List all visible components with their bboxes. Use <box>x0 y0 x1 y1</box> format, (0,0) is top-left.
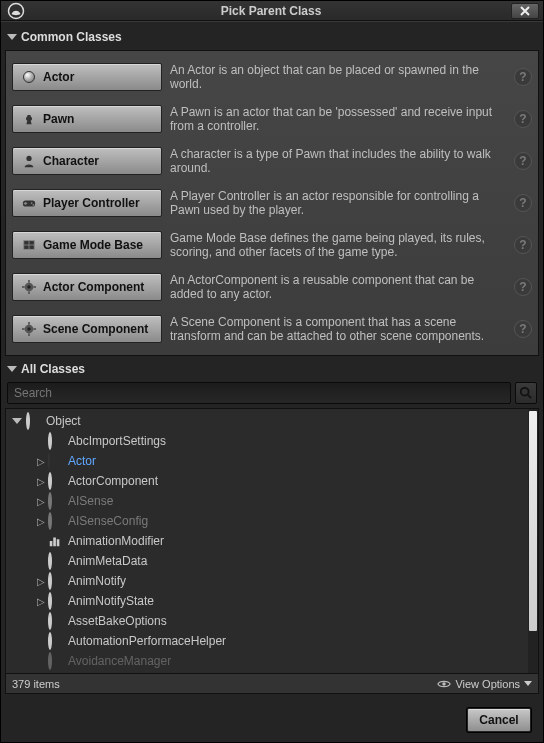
section-label: All Classes <box>21 362 85 376</box>
view-options-button[interactable]: View Options <box>437 678 532 690</box>
search-button[interactable] <box>515 382 537 404</box>
scrollbar[interactable] <box>528 409 538 673</box>
titlebar[interactable]: Pick Parent Class <box>1 1 543 21</box>
class-button-actor-component[interactable]: Actor Component <box>12 273 162 301</box>
help-button[interactable]: ? <box>514 278 532 296</box>
dialog-body: Common Classes ActorAn Actor is an objec… <box>1 21 543 742</box>
common-row-character: CharacterA character is a type of Pawn t… <box>12 141 532 181</box>
class-button-label: Player Controller <box>43 196 140 210</box>
close-button[interactable] <box>511 3 539 19</box>
tree-label: Actor <box>68 454 96 468</box>
svg-point-26 <box>443 682 447 686</box>
tree-row[interactable]: ▷ActorComponent <box>6 471 538 491</box>
tree-label: AISense <box>68 494 113 508</box>
tree-label: AnimationModifier <box>68 534 164 548</box>
unreal-logo-icon <box>7 2 25 20</box>
expand-icon[interactable]: ▷ <box>36 576 46 587</box>
caret-down-icon <box>7 34 17 40</box>
class-icon <box>48 434 62 448</box>
tree-label: AbcImportSettings <box>68 434 166 448</box>
svg-point-21 <box>521 388 529 396</box>
class-description: A character is a type of Pawn that inclu… <box>170 147 506 175</box>
help-button[interactable]: ? <box>514 236 532 254</box>
common-row-pawn: PawnA Pawn is an actor that can be 'poss… <box>12 99 532 139</box>
svg-rect-25 <box>57 539 60 546</box>
class-icon <box>48 614 62 628</box>
help-button[interactable]: ? <box>514 320 532 338</box>
scrollbar-thumb[interactable] <box>529 411 537 631</box>
search-icon <box>519 386 533 400</box>
eye-icon <box>437 679 451 689</box>
help-button[interactable]: ? <box>514 194 532 212</box>
expand-icon[interactable]: ▷ <box>36 596 46 607</box>
class-icon <box>48 534 62 548</box>
tree-row[interactable]: ▷AnimNotifyState <box>6 591 538 611</box>
class-button-label: Actor Component <box>43 280 144 294</box>
all-classes-section: All Classes ObjectAbcImportSettings▷Acto… <box>5 360 539 694</box>
tree-label: Object <box>46 414 81 428</box>
class-button-label: Pawn <box>43 112 74 126</box>
common-row-player-controller: Player ControllerA Player Controller is … <box>12 183 532 223</box>
common-classes-header[interactable]: Common Classes <box>5 28 539 46</box>
svg-point-10 <box>27 285 31 289</box>
tree-label: AnimNotify <box>68 574 126 588</box>
tree-row[interactable]: AnimMetaData <box>6 551 538 571</box>
cancel-label: Cancel <box>479 713 518 727</box>
help-button[interactable]: ? <box>514 152 532 170</box>
tree-row[interactable]: AbcImportSettings <box>6 431 538 451</box>
svg-rect-23 <box>50 541 53 546</box>
tree-row[interactable]: ▷AISense <box>6 491 538 511</box>
class-button-label: Character <box>43 154 99 168</box>
class-button-game-mode-base[interactable]: Game Mode Base <box>12 231 162 259</box>
class-button-label: Scene Component <box>43 322 148 336</box>
expand-icon[interactable]: ▷ <box>36 516 46 527</box>
class-description: A Scene Component is a component that ha… <box>170 315 506 343</box>
all-classes-header[interactable]: All Classes <box>5 360 539 378</box>
class-description: A Player Controller is an actor responsi… <box>170 189 506 217</box>
class-button-pawn[interactable]: Pawn <box>12 105 162 133</box>
help-button[interactable]: ? <box>514 110 532 128</box>
class-button-character[interactable]: Character <box>12 147 162 175</box>
class-icon <box>48 554 62 568</box>
pawn-icon <box>21 111 37 127</box>
class-icon <box>48 514 62 528</box>
class-button-player-controller[interactable]: Player Controller <box>12 189 162 217</box>
tree-row[interactable]: AutomationPerformaceHelper <box>6 631 538 651</box>
caret-down-icon <box>12 418 22 424</box>
tree-row[interactable]: AvoidanceManager <box>6 651 538 671</box>
class-button-scene-component[interactable]: Scene Component <box>12 315 162 343</box>
svg-point-6 <box>33 204 35 206</box>
common-row-game-mode-base: Game Mode BaseGame Mode Base defines the… <box>12 225 532 265</box>
status-bar: 379 items View Options <box>5 674 539 694</box>
class-button-actor[interactable]: Actor <box>12 63 162 91</box>
svg-rect-24 <box>53 538 56 547</box>
cancel-button[interactable]: Cancel <box>467 708 531 732</box>
tree-row[interactable]: AssetBakeOptions <box>6 611 538 631</box>
class-button-label: Actor <box>43 70 74 84</box>
expand-icon[interactable]: ▷ <box>36 496 46 507</box>
caret-down-icon <box>7 366 17 372</box>
class-icon <box>48 474 62 488</box>
character-icon <box>21 153 37 169</box>
tree-row[interactable]: ▷Actor <box>6 451 538 471</box>
tree-row[interactable]: AnimationModifier <box>6 531 538 551</box>
tree-row[interactable]: ▷AnimNotify <box>6 571 538 591</box>
scene-component-icon <box>21 321 37 337</box>
expand-icon[interactable]: ▷ <box>36 456 46 467</box>
class-icon <box>26 414 40 428</box>
view-options-label: View Options <box>455 678 520 690</box>
tree-row-object[interactable]: Object <box>6 411 538 431</box>
class-tree[interactable]: ObjectAbcImportSettings▷Actor▷ActorCompo… <box>5 408 539 674</box>
actor-icon <box>21 69 37 85</box>
tree-label: AnimMetaData <box>68 554 147 568</box>
tree-row[interactable]: ▷AISenseConfig <box>6 511 538 531</box>
class-icon <box>48 594 62 608</box>
tree-label: AnimNotifyState <box>68 594 154 608</box>
expand-icon[interactable]: ▷ <box>36 476 46 487</box>
search-input[interactable] <box>7 382 511 404</box>
tree-label: ActorComponent <box>68 474 158 488</box>
tree-label: AutomationPerformaceHelper <box>68 634 226 648</box>
dialog-footer: Cancel <box>5 698 539 734</box>
help-button[interactable]: ? <box>514 68 532 86</box>
game-mode-base-icon <box>21 237 37 253</box>
